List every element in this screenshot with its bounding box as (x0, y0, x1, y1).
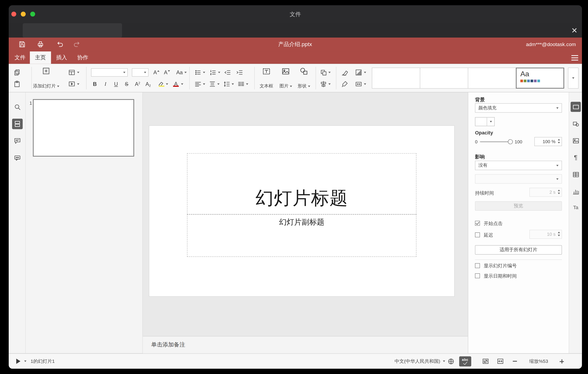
show-date-label: 显示日期和时间 (484, 273, 517, 279)
theme-option-1[interactable] (372, 67, 420, 88)
copy-style-button[interactable] (339, 80, 350, 88)
decrease-indent-button[interactable] (222, 68, 232, 77)
zoom-out-button[interactable] (511, 357, 519, 365)
highlight-color-bar (159, 86, 164, 87)
add-slide-button[interactable]: 添加幻灯片 (30, 66, 62, 90)
slide-1[interactable]: 幻灯片标题 幻灯片副标题 (149, 126, 454, 296)
chart-settings-tab[interactable] (571, 186, 581, 196)
slides-panel-button[interactable] (12, 119, 22, 129)
tab-file[interactable]: 文件 (10, 51, 30, 64)
bullets-button[interactable] (193, 68, 206, 77)
document-language-button[interactable] (446, 357, 455, 366)
color-scheme-button[interactable] (353, 68, 368, 77)
language-chevron[interactable] (442, 357, 446, 365)
font-color-button[interactable]: A (171, 80, 184, 88)
shape-settings-tab[interactable] (571, 119, 581, 129)
slide-settings-tab[interactable] (571, 102, 581, 112)
fit-width-button[interactable] (496, 357, 505, 366)
spin-down-icon[interactable] (558, 142, 560, 143)
language-select[interactable]: 中文(中华人民共和国) (370, 354, 440, 369)
insert-image-button[interactable]: 图片 (277, 66, 294, 90)
spin-up-icon[interactable] (558, 139, 560, 141)
title-placeholder[interactable]: 幻灯片标题 (187, 153, 416, 215)
zoom-in-button[interactable] (557, 357, 566, 365)
font-size-select[interactable] (132, 68, 148, 77)
close-icon[interactable]: ✕ (568, 25, 581, 36)
tab-home[interactable]: 主页 (30, 51, 51, 64)
print-button[interactable] (36, 41, 44, 48)
line-spacing-button[interactable] (222, 80, 235, 88)
slide-layout-button[interactable] (65, 68, 82, 77)
textart-settings-tab[interactable]: Ta (571, 202, 581, 212)
fit-slide-button[interactable] (481, 357, 490, 366)
spellcheck-toggle-button[interactable]: abc (459, 356, 471, 366)
save-button[interactable] (18, 41, 26, 48)
numbering-button[interactable] (208, 68, 221, 77)
show-date-checkbox[interactable] (475, 273, 480, 278)
status-play-button[interactable] (13, 357, 23, 365)
increase-indent-button[interactable] (235, 68, 244, 77)
subtitle-placeholder[interactable]: 幻灯片副标题 (187, 215, 416, 257)
tab-insert[interactable]: 插入 (51, 51, 72, 64)
underline-button[interactable]: U (112, 80, 121, 88)
vertical-align-button[interactable] (208, 80, 220, 88)
redo-button[interactable] (73, 41, 81, 48)
notes-area[interactable]: 单击添加备注 (143, 336, 468, 353)
columns-button[interactable] (236, 80, 249, 88)
start-click-checkbox[interactable] (475, 221, 480, 226)
hamburger-menu-icon[interactable] (569, 54, 580, 62)
subscript-button[interactable]: A2 (143, 80, 153, 88)
slide-thumbnail-1[interactable] (33, 99, 134, 157)
table-settings-icon (572, 171, 579, 178)
strikethrough-button[interactable]: S (122, 80, 131, 88)
align-button[interactable] (193, 80, 206, 88)
paste-button[interactable] (12, 80, 22, 88)
comments-panel-button[interactable] (12, 136, 22, 146)
undo-button[interactable] (56, 41, 64, 48)
effect-select[interactable]: 没有 (475, 161, 562, 170)
theme-option-3[interactable] (468, 67, 516, 88)
copy-button[interactable] (12, 68, 22, 77)
highlight-color-button[interactable] (156, 80, 169, 88)
search-button[interactable] (12, 102, 22, 112)
background-fill-select[interactable]: 颜色填充 (475, 103, 562, 113)
table-settings-tab[interactable] (571, 169, 581, 179)
insert-textbox-button[interactable]: 文本框 (257, 66, 275, 90)
chart-settings-icon (572, 188, 579, 195)
status-play-dropdown[interactable] (23, 357, 28, 365)
theme-gallery-more-button[interactable] (568, 67, 578, 88)
tab-collaboration[interactable]: 协作 (72, 51, 93, 64)
font-name-select[interactable] (91, 68, 128, 77)
opacity-slider-track[interactable] (480, 141, 512, 142)
clear-style-button[interactable] (339, 68, 350, 77)
italic-button[interactable]: I (101, 80, 110, 88)
superscript-button[interactable]: A2 (133, 80, 143, 88)
background-color-swatch[interactable] (475, 117, 495, 126)
theme-gallery: Aa (372, 67, 564, 88)
chevron-down-icon (572, 77, 574, 79)
chat-panel-button[interactable] (12, 153, 22, 163)
insert-shape-button[interactable]: 形状 (295, 66, 313, 90)
opacity-spin[interactable]: 100 % (534, 137, 562, 146)
change-case-button[interactable]: Aa (173, 68, 189, 77)
chevron-down-icon (328, 72, 330, 73)
slide-size-button[interactable] (353, 80, 368, 88)
bold-button[interactable]: B (90, 80, 99, 88)
show-slide-number-checkbox[interactable] (475, 263, 480, 268)
paragraph-settings-tab[interactable]: ¶ (571, 153, 581, 163)
theme-option-4-selected[interactable]: Aa (516, 67, 564, 88)
apply-all-slides-button[interactable]: 适用于所有幻灯片 (475, 245, 562, 254)
align-shapes-button[interactable] (318, 80, 332, 88)
window-title: 文件 (9, 5, 582, 23)
decrease-font-button[interactable]: A (162, 68, 172, 77)
textart-icon: Ta (573, 205, 578, 210)
increase-font-button[interactable]: A (151, 68, 161, 77)
arrange-button[interactable] (318, 68, 332, 77)
preview-button: 预览 (475, 201, 562, 211)
opacity-slider-knob[interactable] (508, 139, 513, 144)
delay-checkbox[interactable] (475, 232, 480, 237)
image-settings-tab[interactable] (571, 136, 581, 146)
start-slideshow-button[interactable] (65, 80, 82, 88)
delay-label: 延迟 (484, 232, 493, 238)
theme-option-2[interactable] (420, 67, 468, 88)
